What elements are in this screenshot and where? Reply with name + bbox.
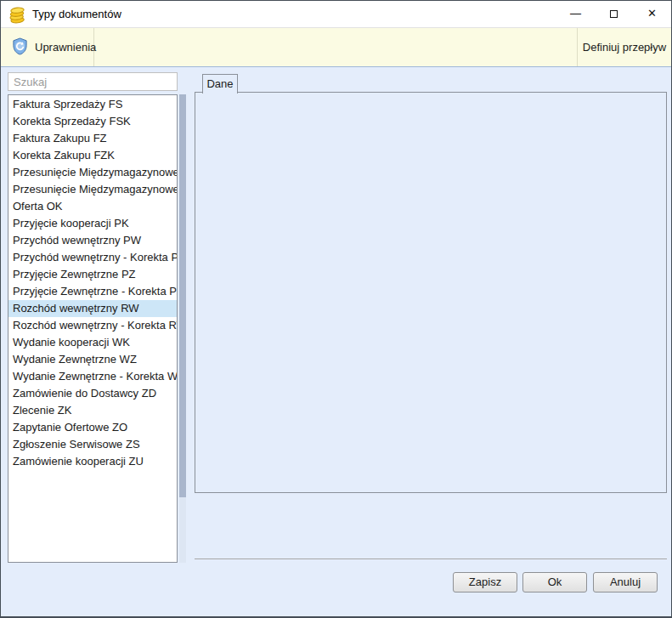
list-item[interactable]: Faktura Zakupu FZ [8,130,177,147]
ok-button[interactable]: Ok [522,572,587,592]
list-item[interactable]: Rozchód wewnętrzny - Korekta RWK [8,317,177,334]
list-item[interactable]: Przesunięcie Międzymagazynowe Pr [8,164,177,181]
document-type-list[interactable]: Faktura Sprzedaży FSKorekta Sprzedaży FS… [8,94,178,563]
toolbar: Uprawnienia Definiuj przepływ [1,27,671,67]
list-item[interactable]: Przyjęcie kooperacji PK [8,215,177,232]
list-item[interactable]: Zamówienie do Dostawcy ZD [8,385,177,402]
dane-tab-page [195,92,667,493]
search-input[interactable] [8,72,178,91]
list-item[interactable]: Wydanie Zewnętrzne - Korekta WZK [8,368,177,385]
list-item[interactable]: Wydanie Zewnętrzne WZ [8,351,177,368]
list-item[interactable]: Zapytanie Ofertowe ZO [8,419,177,436]
minimize-button[interactable]: — [556,1,595,26]
list-item[interactable]: Przychód wewnętrzny - Korekta PWK [8,249,177,266]
list-item[interactable]: Korekta Zakupu FZK [8,147,177,164]
footer-separator [195,558,667,559]
scrollbar-thumb[interactable] [179,94,186,497]
cancel-button[interactable]: Anuluj [593,572,658,592]
list-item[interactable]: Przychód wewnętrzny PW [8,232,177,249]
list-item[interactable]: Oferta OK [8,198,177,215]
list-item[interactable]: Zgłoszenie Serwisowe ZS [8,436,177,453]
app-coins-icon [8,5,27,26]
tab-dane[interactable]: Dane [202,74,238,94]
list-item[interactable]: Przesunięcie Międzymagazynowe Rc [8,181,177,198]
minimize-icon: — [570,7,581,20]
define-flow-button[interactable]: Definiuj przepływ [577,28,671,66]
maximize-icon [610,10,618,18]
permissions-button[interactable]: Uprawnienia [1,28,94,66]
list-item[interactable]: Wydanie kooperacji WK [8,334,177,351]
save-button[interactable]: Zapisz [453,572,517,592]
shield-refresh-icon [12,37,28,58]
window-title: Typy dokumentów [32,1,121,27]
list-item[interactable]: Przyjęcie Zewnętrzne PZ [8,266,177,283]
define-flow-label: Definiuj przepływ [583,41,666,54]
close-button[interactable]: ✕ [633,1,671,26]
typy-dokumentow-window: Typy dokumentów — ✕ Uprawnienia Definiuj… [0,0,672,618]
list-item[interactable]: Przyjęcie Zewnętrzne - Korekta PZK [8,283,177,300]
permissions-label: Uprawnienia [35,41,96,54]
maximize-button[interactable] [595,1,633,26]
list-item[interactable]: Zamówienie kooperacji ZU [8,453,177,470]
list-item[interactable]: Korekta Sprzedaży FSK [8,113,177,130]
list-item[interactable]: Rozchód wewnętrzny RW [8,300,177,317]
list-item[interactable]: Zlecenie ZK [8,402,177,419]
list-item[interactable]: Faktura Sprzedaży FS [8,96,177,113]
title-bar: Typy dokumentów — ✕ [1,1,671,27]
close-icon: ✕ [647,7,657,20]
list-scrollbar[interactable] [179,94,186,563]
